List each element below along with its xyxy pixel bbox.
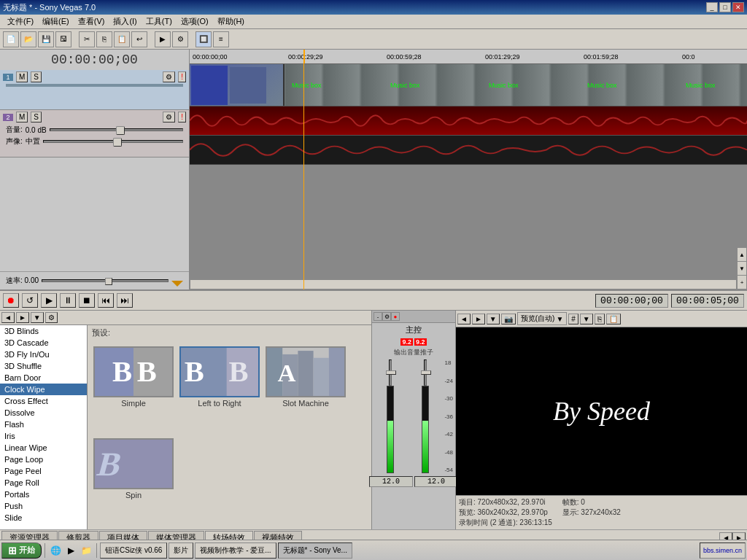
maximize-button[interactable]: □	[719, 2, 731, 12]
right-fader-track[interactable]	[424, 359, 427, 386]
left-fader-knob[interactable]	[386, 370, 396, 375]
preset-thumb-spin[interactable]: B	[93, 438, 174, 489]
current-time-display[interactable]: 00:00:00;00	[595, 294, 668, 308]
taskbar-vegas[interactable]: 无标题* - Sony Ve...	[278, 542, 352, 559]
effect-barn-door[interactable]: Barn Door	[0, 372, 87, 384]
preset-thumb-simple[interactable]: B B B	[93, 346, 174, 397]
properties-button[interactable]: ⚙	[172, 31, 188, 47]
effect-3d-shuffle[interactable]: 3D Shuffle	[0, 360, 87, 372]
taskbar-tutorial[interactable]: 视频制作教学 - 爱豆...	[195, 542, 276, 559]
close-button[interactable]: ✕	[732, 2, 744, 12]
taskbar-csiz[interactable]: 钮语CSiz侠 v0.66	[100, 542, 167, 559]
ie-icon[interactable]: 🌐	[48, 543, 63, 558]
mixer-mute-btn[interactable]: ●	[391, 312, 400, 321]
left-db-display[interactable]: 12.0	[369, 476, 413, 487]
left-fader-track[interactable]	[389, 359, 392, 386]
effect-page-loop[interactable]: Page Loop	[0, 454, 87, 465]
effect-clock-wipe[interactable]: Clock Wipe	[0, 384, 87, 395]
scroll-down-btn[interactable]: ▼	[738, 262, 746, 276]
cut-button[interactable]: ✂	[79, 31, 95, 47]
effect-push[interactable]: Push	[0, 500, 87, 512]
mixer-config-btn[interactable]: ⚙	[382, 312, 391, 321]
effect-iris[interactable]: Iris	[0, 430, 87, 442]
effects-add-btn[interactable]: ▼	[31, 312, 44, 323]
effect-dissolve[interactable]: Dissolve	[0, 407, 87, 419]
preset-spin[interactable]: B Spin	[93, 438, 174, 524]
save-as-button[interactable]: 🖫	[55, 31, 71, 47]
effects-next-btn[interactable]: ►	[16, 312, 29, 323]
video-track-content[interactable]: Music box Music box Music box Music box …	[190, 64, 747, 106]
preset-simple[interactable]: B B B Simple	[93, 346, 174, 432]
preview-prev-btn[interactable]: ◄	[457, 314, 471, 324]
effect-linear-wipe[interactable]: Linear Wipe	[0, 442, 87, 454]
menu-edit[interactable]: 编辑(E)	[38, 15, 74, 28]
scroll-up-btn[interactable]: ▲	[738, 248, 746, 262]
preset-slot[interactable]: A Slot Machine	[266, 346, 346, 432]
preview-settings-btn[interactable]: ▼	[580, 314, 593, 324]
record-button[interactable]: ⏺	[3, 293, 19, 308]
track-settings-button[interactable]: ⚙	[163, 71, 175, 82]
right-db-display[interactable]: 12.0	[414, 476, 458, 487]
loop-button[interactable]: ↺	[22, 293, 38, 308]
preview-camera-btn[interactable]: 📷	[501, 314, 516, 324]
menu-file[interactable]: 文件(F)	[3, 15, 38, 28]
preset-thumb-ltr[interactable]: B B	[179, 346, 260, 397]
menu-options[interactable]: 选项(O)	[177, 15, 213, 28]
preview-view-btn[interactable]: ▼	[487, 314, 500, 324]
audio-track-content-2[interactable]	[190, 136, 747, 165]
pause-button[interactable]: ⏸	[60, 293, 76, 308]
menu-insert[interactable]: 插入(I)	[109, 15, 141, 28]
prev-frame-button[interactable]: ⏮	[98, 293, 114, 308]
media-icon[interactable]: ▶	[63, 543, 78, 558]
next-frame-button[interactable]: ⏭	[117, 293, 133, 308]
effect-page-peel[interactable]: Page Peel	[0, 465, 87, 477]
effect-portals[interactable]: Portals	[0, 489, 87, 500]
mixer-collapse-btn[interactable]: -	[374, 312, 382, 321]
save-button[interactable]: 💾	[38, 31, 54, 47]
copy-button[interactable]: ⎘	[96, 31, 112, 47]
start-button[interactable]: ⊞ 开始	[1, 542, 42, 559]
preview-grid-btn[interactable]: #	[568, 314, 578, 324]
preview-copy-btn[interactable]: ⎘	[595, 314, 605, 324]
effect-cross-effect[interactable]: Cross Effect	[0, 395, 87, 407]
timeline-scroll-controls[interactable]: ▲ ▼ +	[737, 247, 747, 289]
open-button[interactable]: 📂	[20, 31, 36, 47]
preset-thumb-slot[interactable]: A	[266, 346, 346, 397]
end-time-display[interactable]: 00:00:05;00	[671, 294, 744, 308]
render-button[interactable]: ▶	[155, 31, 171, 47]
audio-track-content-1[interactable]	[190, 106, 747, 136]
audio-solo-button[interactable]: S	[31, 112, 42, 122]
track-mute-button[interactable]: M	[16, 71, 28, 82]
folder-icon[interactable]: 📁	[79, 543, 93, 558]
effect-3d-fly[interactable]: 3D Fly In/Ou	[0, 349, 87, 360]
menu-help[interactable]: 帮助(H)	[213, 15, 249, 28]
snapping-button[interactable]: 🔲	[196, 31, 212, 47]
minimize-button[interactable]: _	[706, 2, 718, 12]
scroll-zoom-btn[interactable]: +	[738, 276, 746, 289]
time-ruler[interactable]: 00:00:00;00 00:00:29;29 00:00:59;28 00:0…	[190, 50, 747, 64]
menu-tools[interactable]: 工具(T)	[142, 15, 177, 28]
effects-prev-btn[interactable]: ◄	[1, 312, 15, 323]
effect-flash[interactable]: Flash	[0, 419, 87, 430]
new-button[interactable]: 📄	[3, 31, 19, 47]
effect-3d-blinds[interactable]: 3D Blinds	[0, 325, 87, 337]
volume-slider[interactable]	[50, 128, 183, 131]
track-solo-button[interactable]: S	[31, 71, 42, 82]
paste-button[interactable]: 📋	[114, 31, 130, 47]
right-fader-knob[interactable]	[421, 370, 431, 375]
undo-button[interactable]: ↩	[131, 31, 147, 47]
play-button[interactable]: ▶	[41, 293, 57, 308]
stop-button[interactable]: ⏹	[79, 293, 95, 308]
preview-mode-select[interactable]: 预览(自动) ▼	[517, 312, 568, 325]
taskbar-movie[interactable]: 影片	[169, 542, 193, 559]
preview-paste-btn[interactable]: 📋	[606, 314, 621, 324]
audio-settings-button[interactable]: ⚙	[163, 112, 175, 122]
preview-next-btn[interactable]: ►	[472, 314, 485, 324]
preset-ltr[interactable]: B B Left to Right	[179, 346, 260, 432]
menu-view[interactable]: 查看(V)	[74, 15, 109, 28]
audio-mute-button[interactable]: M	[16, 112, 28, 122]
timeline-scrollbar[interactable]	[190, 279, 737, 289]
effect-page-roll[interactable]: Page Roll	[0, 477, 87, 489]
effects-settings-btn[interactable]: ⚙	[45, 312, 58, 323]
pan-slider[interactable]	[43, 140, 183, 143]
